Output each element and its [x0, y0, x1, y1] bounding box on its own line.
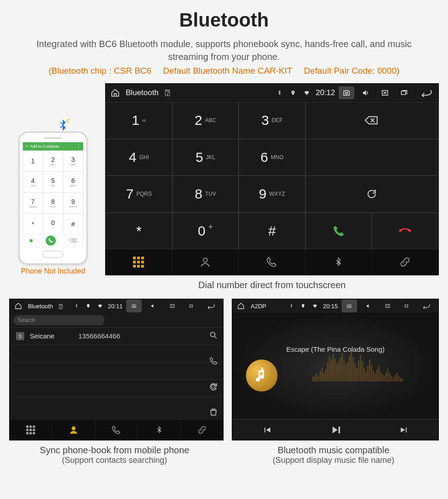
next-track-button[interactable]: [370, 425, 438, 435]
phone-keypad: 12ABC3DEF4GHI5JKL6MNO7PQRS8TUV9WXYZ*0+#: [23, 150, 83, 235]
search-input[interactable]: Search: [13, 315, 105, 325]
svg-point-11: [72, 427, 75, 430]
svg-point-6: [203, 258, 208, 262]
recent-apps-button[interactable]: [396, 86, 412, 99]
dial-key[interactable]: 9WXYZ: [239, 176, 305, 213]
contact-row-empty: [10, 380, 223, 397]
call-button[interactable]: [305, 213, 372, 250]
phone-key: 5JKL: [43, 172, 63, 193]
phone-key: 8TUV: [43, 193, 63, 214]
tab-bar: [106, 249, 438, 275]
tab-bluetooth[interactable]: [138, 420, 181, 440]
back-button[interactable]: [203, 300, 219, 312]
screenshot-button[interactable]: [341, 300, 357, 312]
close-button[interactable]: [377, 86, 393, 99]
dial-key[interactable]: 3DEF: [239, 102, 305, 139]
pb-tab-bar: [10, 420, 223, 440]
svg-point-0: [67, 120, 68, 121]
home-icon[interactable]: [110, 88, 120, 97]
usb-icon: ⍰: [57, 303, 65, 310]
phone-call-button: [46, 236, 56, 246]
tab-keypad[interactable]: [106, 249, 172, 275]
wifi-icon: [302, 90, 312, 96]
phone-key: 9WXYZ: [63, 193, 83, 214]
status-bar: Bluetooth ⍰ 20:12: [106, 84, 438, 102]
location-icon: [299, 303, 307, 309]
svg-rect-14: [405, 305, 408, 307]
volume-button[interactable]: [145, 300, 161, 312]
dial-key[interactable]: *: [106, 213, 172, 250]
pb-status-time: 20:11: [108, 303, 123, 310]
prev-track-button[interactable]: [232, 425, 301, 435]
close-button[interactable]: [380, 300, 395, 312]
svg-rect-9: [190, 305, 192, 307]
redial-button[interactable]: [305, 176, 438, 213]
svg-point-10: [211, 332, 215, 337]
pb-status-bar: Bluetooth ⍰ 20:11: [10, 299, 223, 313]
svg-point-2: [68, 118, 69, 120]
volume-button[interactable]: [358, 86, 373, 99]
phone-caption: Phone Not Included: [9, 267, 97, 275]
recent-apps-button[interactable]: [184, 300, 199, 312]
location-icon: [288, 90, 298, 96]
pb-status-title: Bluetooth: [28, 303, 53, 310]
svg-point-12: [349, 306, 350, 307]
tab-pair[interactable]: [372, 249, 438, 275]
spec-name: Default Bluetooth Name CAR-KIT: [163, 66, 292, 75]
side-delete-icon[interactable]: [207, 405, 220, 419]
side-search-icon[interactable]: [207, 328, 220, 342]
tab-keypad[interactable]: [10, 420, 52, 440]
home-icon[interactable]: [237, 302, 245, 310]
tab-pair[interactable]: [181, 420, 223, 440]
dial-key[interactable]: 0+: [172, 213, 239, 250]
backspace-button[interactable]: [305, 102, 438, 139]
dial-key[interactable]: 8TUV: [172, 176, 239, 213]
contact-row[interactable]: S Seicane 13566664466: [10, 327, 223, 345]
spec-code: Default Pair Code: 0000): [304, 66, 400, 75]
bluetooth-status-icon: [72, 303, 80, 309]
play-pause-button[interactable]: [301, 424, 370, 436]
svg-point-3: [346, 92, 348, 95]
main-screenshot: Bluetooth ⍰ 20:12: [105, 83, 439, 275]
dial-key[interactable]: 2ABC: [172, 102, 239, 139]
tab-call-log[interactable]: [95, 420, 138, 440]
hangup-button[interactable]: [372, 213, 438, 250]
contact-row-empty: [10, 362, 223, 380]
dial-key[interactable]: 7PQRS: [106, 176, 172, 213]
phone-key: #: [63, 214, 83, 235]
tab-call-log[interactable]: [239, 249, 305, 275]
volume-button[interactable]: [361, 300, 376, 312]
dial-key[interactable]: 1∞: [106, 102, 172, 139]
back-button[interactable]: [418, 86, 434, 99]
specs-line: (Bluetooth chip : CSR BC6 Default Blueto…: [9, 66, 439, 76]
dial-key[interactable]: 5JKL: [172, 139, 239, 176]
phone-key: 6MNO: [63, 172, 83, 193]
back-button[interactable]: [418, 300, 434, 312]
tab-bluetooth[interactable]: [305, 249, 372, 275]
bluetooth-status-icon: [287, 303, 295, 309]
tab-contacts[interactable]: [172, 249, 239, 275]
side-refresh-icon[interactable]: [207, 380, 220, 393]
phone-video-icon: ■: [29, 237, 32, 244]
bluetooth-status-icon: [274, 90, 284, 96]
home-icon[interactable]: [14, 302, 22, 310]
phone-key: 0+: [43, 214, 63, 235]
wifi-icon: [311, 303, 319, 309]
location-icon: [84, 303, 92, 309]
dial-key[interactable]: 4GHI: [106, 139, 172, 176]
dial-key[interactable]: 6MNO: [239, 139, 305, 176]
screenshot-button[interactable]: [126, 300, 142, 312]
contact-badge: S: [16, 332, 24, 340]
svg-rect-5: [401, 91, 405, 95]
equalizer-visual: [277, 345, 438, 381]
usb-icon: ⍰: [162, 88, 172, 97]
tab-contacts[interactable]: [52, 420, 95, 440]
contact-number: 13566664466: [78, 332, 120, 340]
recent-apps-button[interactable]: [399, 300, 415, 312]
phone-key: 7PQRS: [23, 193, 43, 214]
dial-key[interactable]: #: [239, 213, 305, 250]
screenshot-button[interactable]: [339, 86, 354, 99]
side-call-icon[interactable]: [207, 354, 220, 368]
spec-chip: (Bluetooth chip : CSR BC6: [48, 66, 151, 75]
close-button[interactable]: [165, 300, 180, 312]
